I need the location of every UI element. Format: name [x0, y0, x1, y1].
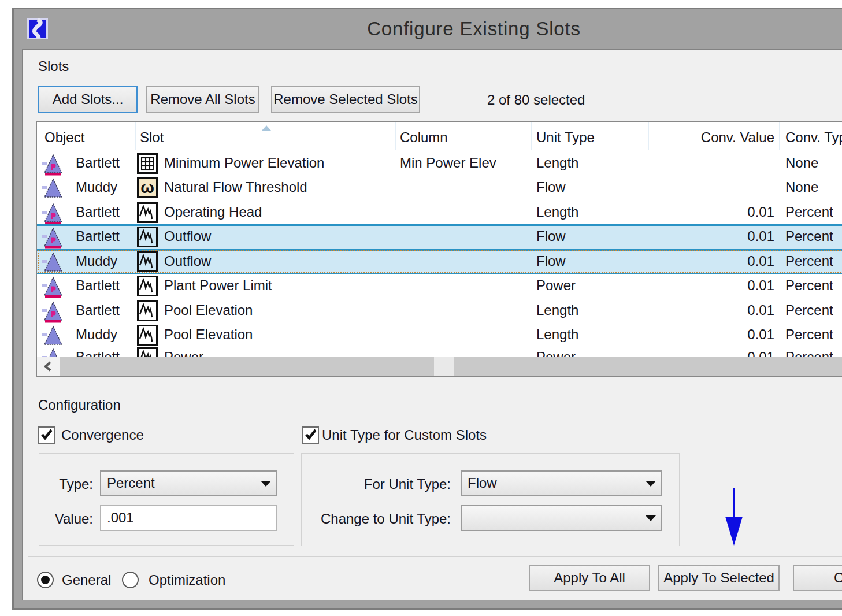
svg-text:ω: ω [140, 179, 154, 196]
